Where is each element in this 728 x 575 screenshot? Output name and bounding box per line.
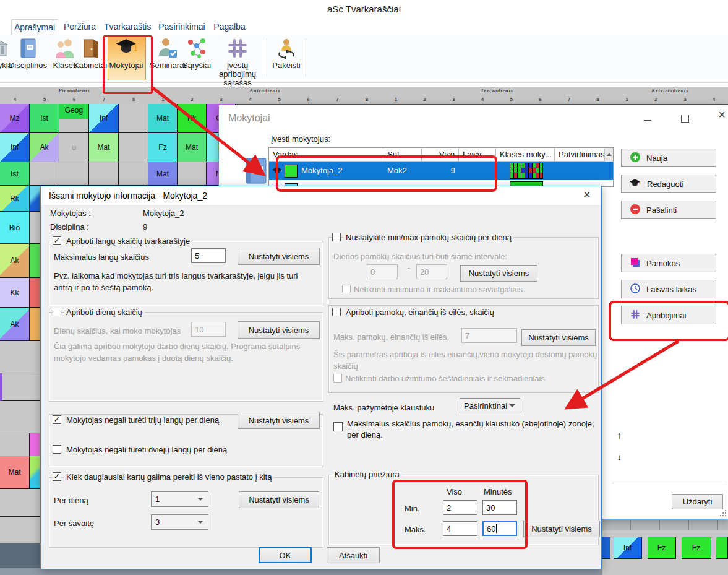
question-zone-checkbox[interactable] bbox=[333, 422, 343, 431]
maximize-icon[interactable] bbox=[674, 111, 696, 125]
timetable-cell[interactable] bbox=[0, 517, 40, 543]
scroll-up-icon[interactable] bbox=[604, 148, 614, 162]
cancel-button[interactable]: Atšaukti bbox=[327, 547, 380, 563]
minmax-checkbox[interactable] bbox=[332, 233, 341, 241]
rooms-max-minutes-input[interactable]: 60 bbox=[482, 521, 517, 536]
ribbon-item-pakeisti[interactable]: Pakeisti bbox=[270, 37, 302, 70]
ribbon-item-disciplinos[interactable]: Disciplinos bbox=[5, 37, 51, 70]
timetable-cell[interactable] bbox=[30, 186, 40, 212]
timetable-cell[interactable]: Ak bbox=[0, 308, 30, 341]
rooms-max-total-input[interactable]: 4 bbox=[443, 521, 477, 536]
column-header-patvirtinimas[interactable]: Patvirtinimas bbox=[555, 148, 604, 162]
timetable-cell[interactable] bbox=[716, 537, 728, 559]
timetable-cell[interactable]: Mat bbox=[89, 133, 119, 162]
per-week-select[interactable]: 3 bbox=[151, 514, 208, 530]
timetable-cell[interactable] bbox=[0, 433, 30, 456]
tab-perziura[interactable]: Peržiūra bbox=[62, 19, 98, 35]
timetable-cell[interactable]: Fz bbox=[682, 537, 711, 559]
rooms-min-minutes-input[interactable]: 30 bbox=[482, 500, 517, 515]
days-limit-input[interactable]: 10 bbox=[191, 322, 226, 337]
ribbon-item-mokytojai[interactable]: Mokytojai bbox=[108, 37, 144, 70]
set-all-button[interactable]: Nustatyti visiems bbox=[238, 412, 320, 429]
nauja-button[interactable]: Nauja bbox=[621, 149, 716, 167]
timetable-cell[interactable] bbox=[0, 341, 40, 373]
timetable-cell[interactable]: Mat bbox=[178, 133, 207, 162]
ribbon-item-ivestu-apribojimu-sarasas[interactable]: Įvestų apribojimų sąrašas bbox=[211, 37, 264, 87]
minimize-icon[interactable] bbox=[636, 111, 659, 125]
ok-button[interactable]: OK bbox=[259, 547, 312, 563]
timetable-cell[interactable] bbox=[30, 244, 40, 278]
timetable-cell[interactable]: Mat bbox=[0, 456, 30, 489]
timetable-cell[interactable] bbox=[0, 489, 40, 517]
timetable-cell[interactable]: ψ bbox=[59, 133, 89, 162]
move-up-icon[interactable]: ↑ bbox=[617, 430, 622, 441]
move-down-icon[interactable]: ↓ bbox=[617, 452, 622, 463]
gaps-checkbox[interactable] bbox=[53, 236, 61, 245]
days-limit-checkbox[interactable] bbox=[53, 308, 61, 316]
timetable-cell[interactable]: Kk bbox=[178, 104, 207, 133]
tab-pasirinkimai[interactable]: Pasirinkimai bbox=[158, 19, 205, 35]
laisvas-laikas-button[interactable]: Laisvas laikas bbox=[621, 280, 716, 298]
timetable-cell[interactable] bbox=[30, 308, 40, 341]
column-header-klases-moky[interactable]: Klasės moky... bbox=[496, 148, 555, 162]
set-all-button[interactable]: Nustatyti visiems bbox=[523, 521, 600, 537]
timetable-cell[interactable]: Inf bbox=[0, 133, 30, 162]
timetable-cell[interactable]: Inf bbox=[614, 537, 642, 559]
close-icon[interactable]: × bbox=[711, 108, 728, 124]
timetable-cell[interactable] bbox=[119, 104, 148, 133]
timetable-cell[interactable] bbox=[59, 162, 89, 186]
timetable-cell[interactable] bbox=[30, 212, 40, 244]
tab-aprasymai[interactable]: Aprašymai bbox=[11, 19, 58, 35]
rooms-min-total-input[interactable]: 2 bbox=[443, 500, 477, 515]
timetable-cell[interactable]: Fz bbox=[148, 133, 178, 162]
column-header-vardas[interactable]: Vardas bbox=[269, 148, 383, 162]
timetable-cell[interactable]: Ak bbox=[30, 133, 59, 162]
timetable-cell[interactable]: Fz bbox=[648, 537, 676, 559]
timetable-cell[interactable]: Ak bbox=[0, 244, 30, 278]
timetable-cell[interactable]: Bio bbox=[0, 212, 30, 244]
column-header-laisv[interactable]: Laisv... bbox=[459, 148, 496, 162]
timetable-cell[interactable]: Ist bbox=[30, 104, 59, 133]
timetable-cell[interactable]: Mat bbox=[148, 104, 178, 133]
timetable-cell[interactable] bbox=[89, 162, 119, 186]
tab-tvarkarastis[interactable]: Tvarkaraštis bbox=[104, 19, 151, 35]
uzdaryti-button[interactable]: Uždaryti bbox=[672, 494, 723, 509]
per-day-select[interactable]: 1 bbox=[151, 491, 208, 507]
teacher-row-selected[interactable]: Mokytoja_2 Mok2 9 bbox=[269, 162, 613, 180]
minmax-max-input[interactable]: 20 bbox=[416, 264, 447, 279]
timetable-cell[interactable]: Geog bbox=[59, 104, 89, 133]
resize-grip[interactable] bbox=[719, 510, 726, 516]
set-all-button[interactable]: Nustatyti visiems bbox=[460, 265, 537, 282]
apribojimai-button[interactable]: Apribojimai bbox=[621, 306, 716, 324]
timetable-cell[interactable] bbox=[30, 456, 40, 489]
timetable-cell[interactable]: Mz bbox=[0, 104, 30, 133]
timetable-cell[interactable] bbox=[602, 537, 610, 559]
timetable-cell[interactable] bbox=[119, 133, 148, 162]
timetable-cell[interactable] bbox=[0, 373, 40, 401]
timetable-cell[interactable]: Mat bbox=[148, 162, 178, 186]
three-gaps-checkbox[interactable] bbox=[53, 415, 61, 424]
timetable-cell[interactable]: Ist bbox=[0, 162, 30, 186]
consecutive-checkbox[interactable] bbox=[332, 308, 341, 316]
pasalinti-button[interactable]: Pašalinti bbox=[621, 201, 716, 219]
timetable-cell[interactable]: Rk bbox=[0, 186, 30, 212]
question-zone-select[interactable]: Pasirinktinai bbox=[460, 398, 520, 413]
set-all-button[interactable]: Nustatyti visiems bbox=[238, 248, 320, 265]
column-header-viso[interactable]: Viso bbox=[422, 148, 459, 162]
timetable-cell[interactable]: Inf bbox=[89, 104, 119, 133]
ribbon-item-sarysiai[interactable]: Sąryšiai bbox=[181, 37, 212, 70]
consecutive-weekend-checkbox[interactable] bbox=[333, 374, 342, 383]
minmax-weekend-checkbox[interactable] bbox=[342, 285, 351, 293]
two-gaps-checkbox[interactable] bbox=[53, 445, 61, 454]
tab-pagalba[interactable]: Pagalba bbox=[213, 19, 246, 35]
max-gaps-input[interactable]: 5 bbox=[191, 248, 226, 263]
minmax-min-input[interactable]: 0 bbox=[367, 264, 398, 279]
timetable-cell[interactable] bbox=[0, 401, 40, 433]
timetable-cell[interactable] bbox=[119, 162, 148, 186]
timetable-cell[interactable] bbox=[30, 433, 40, 456]
set-all-button[interactable]: Nustatyti visiems bbox=[239, 491, 319, 508]
column-header-sut[interactable]: Sut... bbox=[383, 148, 422, 162]
set-all-button[interactable]: Nustatyti visiems bbox=[521, 329, 596, 346]
pamokos-button[interactable]: Pamokos bbox=[621, 254, 716, 272]
timetable-cell[interactable]: Kk bbox=[0, 278, 30, 308]
